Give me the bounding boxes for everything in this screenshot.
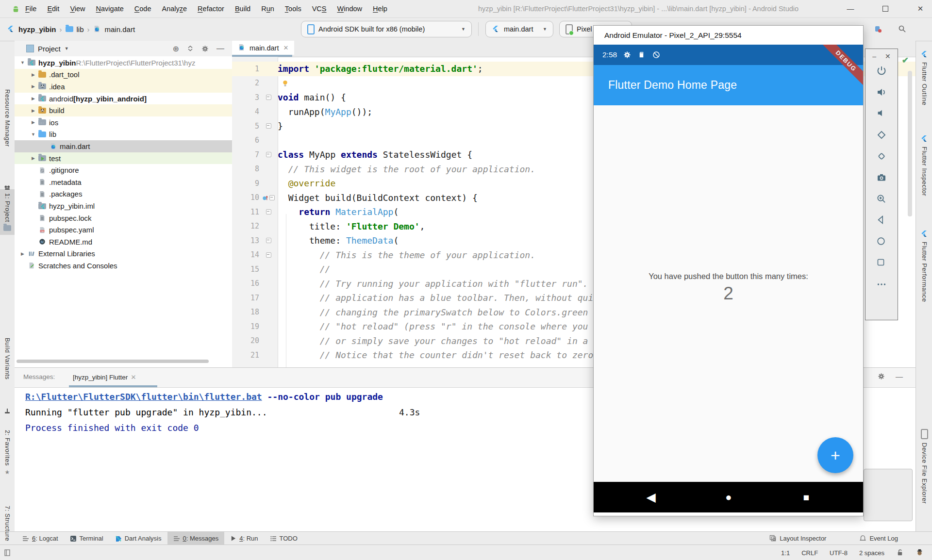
tree-item-external-libraries[interactable]: ▶External Libraries — [15, 248, 232, 260]
highlighting-level-icon[interactable] — [916, 549, 924, 557]
close-tab-icon[interactable]: ✕ — [131, 374, 136, 381]
hide-panel-icon[interactable]: — — [896, 372, 903, 380]
emu-rotate-left-icon[interactable] — [876, 130, 887, 141]
stripe-flutter-outline[interactable]: Flutter Outline — [916, 50, 932, 105]
stripe-device-file-explorer[interactable]: Device File Explorer — [916, 429, 932, 504]
expand-closed-icon[interactable]: ▶ — [29, 108, 37, 113]
tree-item-pubspec.lock[interactable]: pubspec.lock — [15, 212, 232, 224]
breadcrumb-project[interactable]: hyzp_yibin — [18, 25, 56, 33]
collapse-all-icon[interactable] — [187, 45, 194, 52]
tree-item-main.dart[interactable]: main.dart — [15, 140, 232, 152]
nav-home-button[interactable]: ● — [714, 482, 743, 512]
status-caret-position[interactable]: 1:1 — [781, 549, 790, 557]
tree-item-hyzp-yibin[interactable]: ▼hyzp_yibin R:\FlutterProject\FlutterPro… — [15, 57, 232, 69]
stripe-flutter-performance[interactable]: Flutter Performance — [916, 230, 932, 302]
expand-closed-icon[interactable]: ▶ — [29, 120, 37, 125]
tree-item-.metadata[interactable]: .metadata — [15, 176, 232, 188]
editor-scrollbar[interactable] — [908, 71, 912, 216]
window-maximize-button[interactable] — [875, 0, 896, 17]
emu-more-icon[interactable] — [876, 279, 887, 290]
emulator-screen[interactable]: 2:58 Flutter Demo Home Page DEBUG You ha… — [594, 45, 863, 512]
tree-item-hyzp-yibin.iml[interactable]: hyzp_yibin.iml — [15, 200, 232, 212]
tree-item-readme.md[interactable]: MREADME.md — [15, 236, 232, 248]
status-indent[interactable]: 2 spaces — [859, 549, 884, 557]
emulator-close-button[interactable]: ✕ — [885, 52, 891, 60]
window-minimize-button[interactable]: — — [840, 0, 861, 17]
stripe-build-variants[interactable]: Build Variants — [0, 338, 15, 379]
emu-overview-icon[interactable] — [876, 258, 887, 269]
expand-closed-icon[interactable]: ▶ — [29, 72, 37, 77]
expand-closed-icon[interactable]: ▶ — [29, 156, 37, 161]
expand-open-icon[interactable]: ▼ — [29, 132, 37, 137]
tree-item-ios[interactable]: ▶···ios — [15, 116, 232, 129]
hide-panel-icon[interactable]: — — [216, 44, 224, 53]
emulator-minimize-button[interactable]: – — [872, 52, 876, 60]
tree-item-android[interactable]: ▶android [hyzp_yibin_android] — [15, 93, 232, 105]
breadcrumb-file[interactable]: main.dart — [105, 25, 135, 33]
expand-closed-icon[interactable]: ▶ — [29, 84, 37, 89]
attach-debugger-icon[interactable] — [874, 25, 882, 33]
breadcrumb-dir[interactable]: lib — [77, 25, 84, 33]
stripe-resource-manager[interactable]: Resource Manager — [0, 89, 15, 147]
emu-power-icon[interactable] — [876, 66, 887, 77]
toolwindow-6-logcat[interactable]: 6: Logcat — [17, 532, 64, 545]
tree-item-.packages[interactable]: .packages — [15, 188, 232, 200]
search-everywhere-icon[interactable] — [898, 25, 906, 33]
menu-refactor[interactable]: Refactor — [192, 5, 230, 13]
stripe-2-favorites[interactable]: 2: Favorites★ — [0, 430, 15, 476]
emu-back-icon[interactable] — [876, 215, 887, 226]
emu-volume-down-icon[interactable] — [876, 108, 887, 119]
toolwindow-4-run[interactable]: 4: Run — [224, 532, 264, 545]
build-variants-icon[interactable] — [0, 408, 15, 414]
project-horizontal-scrollbar[interactable] — [17, 360, 209, 363]
menu-file[interactable]: File — [20, 5, 42, 13]
stripe-flutter-inspector[interactable]: Flutter Inspector — [916, 135, 932, 196]
emu-volume-up-icon[interactable] — [876, 87, 887, 98]
tree-item-.idea[interactable]: ▶.idea — [15, 81, 232, 93]
menu-code[interactable]: Code — [129, 5, 157, 13]
status-line-endings[interactable]: CRLF — [801, 549, 818, 557]
device-selector-dropdown[interactable]: Android SDK built for x86 (mobile) ▼ — [301, 21, 472, 37]
settings-gear-icon[interactable] — [201, 45, 209, 52]
menu-vcs[interactable]: VCS — [307, 5, 332, 13]
emu-camera-icon[interactable] — [876, 172, 887, 183]
chevron-down-icon[interactable]: ▼ — [65, 46, 69, 51]
toolwindow-terminal[interactable]: Terminal — [64, 532, 109, 545]
menu-tools[interactable]: Tools — [280, 5, 307, 13]
console-command-link[interactable]: R:\Flutter\FlutterSDK\flutter\bin\flutte… — [25, 392, 262, 402]
menu-analyze[interactable]: Analyze — [157, 5, 193, 13]
emu-zoom-in-icon[interactable] — [876, 194, 887, 205]
menu-window[interactable]: Window — [332, 5, 368, 13]
close-tab-icon[interactable]: ✕ — [283, 44, 288, 51]
menu-edit[interactable]: Edit — [42, 5, 65, 13]
menu-view[interactable]: View — [65, 5, 90, 13]
locate-file-icon[interactable]: ⊕ — [173, 44, 179, 53]
toolwindow-todo[interactable]: TODO — [264, 532, 303, 545]
window-close-button[interactable]: ✕ — [910, 0, 931, 17]
button-layout-inspector[interactable]: Layout Inspector — [764, 532, 832, 545]
menu-help[interactable]: Help — [367, 5, 393, 13]
messages-tab-flutter[interactable]: [hyzp_yibin] Flutter✕ — [73, 373, 136, 381]
status-encoding[interactable]: UTF-8 — [830, 549, 848, 557]
tree-item-build[interactable]: ▶build — [15, 104, 232, 116]
expand-closed-icon[interactable]: ▶ — [18, 251, 27, 256]
menu-build[interactable]: Build — [230, 5, 256, 13]
button-event-log[interactable]: Event Log — [853, 532, 904, 545]
console-settings-gear-icon[interactable] — [878, 373, 885, 380]
menu-run[interactable]: Run — [256, 5, 280, 13]
tree-item-lib[interactable]: ▼lib — [15, 129, 232, 141]
expand-closed-icon[interactable]: ▶ — [29, 96, 37, 101]
menu-navigate[interactable]: Navigate — [91, 5, 129, 13]
tree-item-scratches-and-consoles[interactable]: Scratches and Consoles — [15, 260, 232, 272]
tree-item-.gitignore[interactable]: .gitignore — [15, 164, 232, 176]
nav-back-button[interactable]: ◀ — [636, 482, 666, 512]
tab-main-dart[interactable]: main.dart ✕ — [232, 41, 294, 55]
resource-manager-icon[interactable] — [0, 184, 15, 191]
run-config-dropdown[interactable]: main.dart ▼ — [485, 21, 553, 37]
emu-home-icon[interactable] — [876, 236, 887, 247]
emu-rotate-right-icon[interactable] — [876, 151, 887, 162]
project-panel-title[interactable]: Project — [38, 45, 61, 53]
toolwindow-dart-analysis[interactable]: Dart Analysis — [109, 532, 167, 545]
stripe-1-project[interactable]: 1: Project — [0, 189, 15, 235]
tool-window-switcher-icon[interactable] — [4, 549, 12, 557]
